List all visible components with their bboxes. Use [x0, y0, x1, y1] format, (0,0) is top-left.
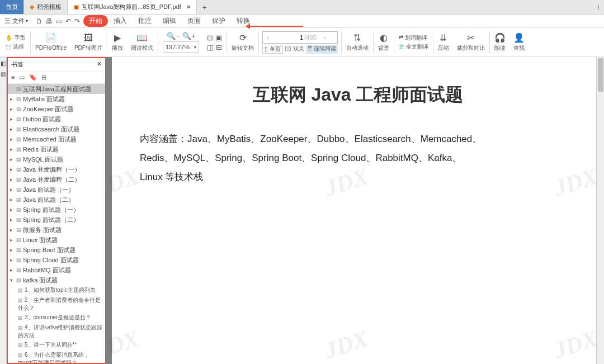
ribbon: ✋手型 ⬚选择 📄PDF转Office 🖼PDF转图片 ▶播放 📖阅读模式 🔍−…: [0, 28, 604, 57]
scrollbar-thumb[interactable]: [598, 58, 603, 92]
bookmark-item[interactable]: ▸▤Elasticsearch 面试题: [8, 124, 105, 134]
file-menu[interactable]: 三 文件▾: [0, 17, 32, 25]
doc-title: 互联网 Java 工程师面试题: [140, 83, 576, 107]
close-icon[interactable]: ✕: [186, 4, 191, 10]
doc-paragraph: Redis、MySQL、Spring、Spring Boot、Spring Cl…: [140, 149, 576, 168]
compress-button[interactable]: ⇊压缩: [435, 32, 452, 52]
rotate-button[interactable]: ⟳旋转文档: [228, 32, 257, 52]
bookmark-subitem[interactable]: ▤5、讲一下主从同步**: [8, 340, 105, 350]
bookmark-item[interactable]: ▸▤Dubbo 面试题: [8, 114, 105, 124]
tab-document[interactable]: ▣互联网Java架构师面...85页_PDF.pdf✕: [68, 0, 197, 14]
bookmark-item[interactable]: ▸▤Java 并发编程（二）: [8, 174, 105, 185]
single-page-button[interactable]: ▯ 单页: [262, 45, 283, 54]
bookmark-item[interactable]: ▸▤Java 面试题（一）: [8, 185, 105, 195]
bookmark-item[interactable]: ▸▤MySQL 面试题: [8, 154, 105, 164]
left-sidebar: ◧ ▤: [0, 57, 7, 364]
bookmark-item[interactable]: ▸▤Java 并发编程（一）: [8, 164, 105, 174]
menu-protect[interactable]: 保护: [206, 16, 231, 26]
page-viewport[interactable]: 互联网 Java 工程师面试题 内容涵盖：Java、MyBatis、ZooKee…: [106, 57, 604, 364]
bookmark-item[interactable]: ▸▤Redis 面试题: [8, 144, 105, 154]
menu-start[interactable]: 开始: [83, 15, 108, 27]
watermark: JDX: [322, 325, 372, 364]
hand-icon[interactable]: ✋: [6, 35, 12, 41]
bookmark-item[interactable]: ▸▤Spring Boot 面试题: [8, 245, 105, 255]
pdf-office-button[interactable]: 📄PDF转Office: [32, 32, 70, 52]
fit-icon[interactable]: ⊡: [207, 34, 213, 42]
bookmark-item[interactable]: ▸▤Java 面试题（二）: [8, 195, 105, 205]
bookmark-item[interactable]: ▸▤微服务 面试题: [8, 225, 105, 235]
bookmark-subitem[interactable]: ▤1、如何获取topic主题的列表: [8, 285, 105, 295]
tab-home[interactable]: 首页: [0, 0, 24, 14]
bookmark-item[interactable]: ▸▤Spring 面试题（二）: [8, 215, 105, 225]
sidebar-icon[interactable]: ▤: [1, 71, 6, 77]
tab-template[interactable]: ◆稻壳模板: [24, 0, 68, 14]
word-translate-button[interactable]: 划词翻译: [405, 34, 427, 42]
close-panel-icon[interactable]: ✕: [97, 60, 102, 69]
bookmark-subitem[interactable]: ▤6、为什么需要消息系统，mysql不能满足需求吗？: [8, 350, 105, 363]
bookmark-subitem[interactable]: ▤3、consumer是推还是拉？: [8, 313, 105, 323]
undo-icon[interactable]: ↶: [65, 17, 71, 25]
menu-insert[interactable]: 插入: [108, 16, 133, 26]
page-number-field[interactable]: [273, 34, 304, 41]
next-page-icon[interactable]: ›: [320, 34, 330, 41]
bm-tool-icon[interactable]: ⊟: [41, 74, 46, 81]
bm-tool-icon[interactable]: ≡: [11, 74, 15, 81]
bookmark-subitem[interactable]: ▤4、讲讲kafka维护消费状态跟踪的方法: [8, 323, 105, 340]
bookmark-item[interactable]: ▸▤Spring Cloud 面试题: [8, 255, 105, 265]
bookmark-item[interactable]: ▾▤kafka 面试题: [8, 275, 105, 285]
side-tools: ✋手型 ⬚选择: [2, 34, 29, 51]
tool-icon[interactable]: 🖶: [46, 17, 53, 25]
quick-tools: 🗋 🖶 ▭ ↶ ↷: [32, 17, 83, 25]
bookmark-item[interactable]: ▤互联网Java工程师面试题: [8, 84, 105, 94]
bookmark-item[interactable]: ▸▤Spring 面试题（一）: [8, 205, 105, 215]
crop-compare-button[interactable]: ✂裁剪和对比: [454, 32, 488, 52]
fit-icon[interactable]: ⊞: [216, 43, 222, 51]
pdf-image-button[interactable]: 🖼PDF转图片: [71, 33, 106, 52]
bookmark-subitem[interactable]: ▤2、生产者和消费者的命令行是什么？: [8, 295, 105, 313]
continuous-button[interactable]: ≣ 连续阅读: [306, 45, 338, 54]
tab-template-label: 稻壳模板: [37, 3, 62, 11]
read-mode-button[interactable]: 📖阅读模式: [128, 32, 157, 52]
fit-icon[interactable]: ▣: [215, 34, 222, 42]
select-icon[interactable]: ⬚: [6, 44, 11, 50]
bookmark-item[interactable]: ▸▤RabbitMQ 面试题: [8, 265, 105, 275]
zoom-select[interactable]: 197.27%▾: [163, 41, 199, 53]
prev-page-icon[interactable]: ‹: [263, 34, 273, 41]
background-button[interactable]: ◐背景: [375, 32, 393, 52]
select-label: 选择: [13, 43, 24, 51]
menu-page[interactable]: 页面: [182, 16, 206, 26]
find-button[interactable]: 👤查找: [510, 32, 528, 52]
watermark: JDX: [106, 163, 143, 202]
bookmark-item[interactable]: ▸▤Linux 面试题: [8, 235, 105, 245]
redo-icon[interactable]: ↷: [74, 17, 80, 25]
tab-add-button[interactable]: +: [197, 0, 213, 14]
bookmarks-title: 书签: [11, 60, 23, 69]
bookmarks-list: ▤互联网Java工程师面试题▸▤MyBatis 面试题▸▤ZooKeeper 面…: [8, 84, 105, 363]
zoom-out-icon[interactable]: 🔍−: [167, 32, 180, 40]
zoom-in-icon[interactable]: 🔍+: [182, 32, 196, 40]
bookmarks-toolbar: ≡ ▭ 🔖 ⊟: [8, 72, 105, 84]
fit-icon[interactable]: ◫: [207, 43, 214, 51]
tool-icon[interactable]: 🗋: [36, 17, 43, 25]
bm-tool-icon[interactable]: 🔖: [29, 74, 37, 81]
autoscroll-button[interactable]: ⇅自动滚动: [343, 32, 372, 52]
page-total: /485: [304, 34, 319, 41]
menu-annotate[interactable]: 批注: [133, 16, 157, 26]
sidebar-icon[interactable]: ◧: [1, 60, 6, 67]
tool-icon[interactable]: ▭: [56, 17, 62, 25]
double-page-button[interactable]: ▯▯ 双页: [285, 45, 304, 54]
page-input[interactable]: ‹ /485 ›: [262, 31, 337, 44]
translate-group: ⇄划词翻译 文全文翻译: [395, 34, 432, 51]
tab-settings[interactable]: ⁞: [593, 0, 604, 14]
doc-paragraph: Linux 等技术栈: [140, 168, 576, 187]
read-aloud-button[interactable]: 🎧朗读: [491, 32, 509, 52]
bm-tool-icon[interactable]: ▭: [19, 74, 25, 81]
doc-paragraph: 内容涵盖：Java、MyBatis、ZooKeeper、Dubbo、Elasti…: [140, 130, 576, 149]
vertical-scrollbar[interactable]: [596, 57, 604, 364]
full-translate-button[interactable]: 全文翻译: [406, 43, 428, 51]
menu-edit[interactable]: 编辑: [157, 16, 182, 26]
play-button[interactable]: ▶播放: [108, 32, 126, 52]
bookmark-item[interactable]: ▸▤MyBatis 面试题: [8, 94, 105, 104]
bookmark-item[interactable]: ▸▤ZooKeeper 面试题: [8, 104, 105, 114]
bookmark-item[interactable]: ▸▤Memcached 面试题: [8, 134, 105, 144]
